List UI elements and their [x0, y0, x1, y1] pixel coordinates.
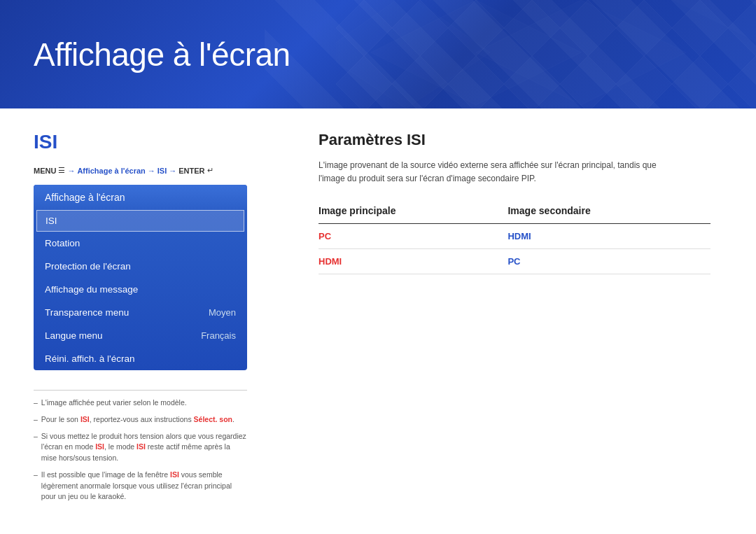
diamond-pattern [336, 0, 756, 108]
params-title: Paramètres ISI [318, 131, 722, 149]
table-cell-pc2: PC [507, 249, 710, 274]
table-header-row: Image principale Image secondaire [318, 201, 710, 224]
main-content: ISI MENU ☰ → Affichage à l'écran → ISI →… [0, 108, 756, 534]
menu-item-protection[interactable]: Protection de l'écran [34, 255, 247, 278]
table-row: PC HDMI [318, 224, 710, 249]
footer-note-3: – Si vous mettez le produit hors tension… [34, 431, 247, 464]
menu-item-label: Affichage du message [45, 284, 138, 295]
params-description: L'image provenant de la source vidéo ext… [318, 159, 682, 185]
path-step2: ISI [158, 167, 167, 175]
right-panel: Paramètres ISI L'image provenant de la s… [290, 108, 756, 534]
menu-icon: ☰ [58, 166, 65, 175]
menu-item-label: Langue menu [45, 330, 103, 341]
table-cell-hdmi1: HDMI [507, 224, 710, 249]
arrow2: → [148, 167, 155, 175]
menu-item-reini[interactable]: Réini. affich. à l'écran [34, 347, 247, 370]
menu-path: MENU ☰ → Affichage à l'écran → ISI → ENT… [34, 166, 257, 175]
menu-item-value: Français [201, 330, 236, 341]
menu-item-label: Transparence menu [45, 307, 129, 318]
footer-notes: – L'image affichée peut varier selon le … [34, 390, 247, 503]
menu-label: MENU [34, 167, 56, 175]
enter-icon: ↵ [207, 166, 214, 175]
menu-item-label: Réini. affich. à l'écran [45, 353, 134, 364]
footer-note-2: – Pour le son ISI, reportez-vous aux ins… [34, 414, 247, 426]
menu-item-label: ISI [46, 216, 57, 226]
menu-item-isi[interactable]: ISI [36, 210, 244, 232]
table-cell-hdmi2: HDMI [318, 249, 507, 274]
left-panel: ISI MENU ☰ → Affichage à l'écran → ISI →… [0, 108, 290, 534]
footer-note-1: – L'image affichée peut varier selon le … [34, 398, 247, 409]
menu-item-langue[interactable]: Langue menu Français [34, 324, 247, 347]
arrow1: → [67, 167, 75, 175]
table-row: HDMI PC [318, 249, 710, 274]
path-step1: Affichage à l'écran [77, 167, 145, 175]
section-title: ISI [34, 131, 257, 153]
col1-header: Image principale [318, 201, 507, 224]
menu-item-value: Moyen [209, 307, 236, 318]
menu-item-affichage-msg[interactable]: Affichage du message [34, 278, 247, 301]
arrow3: → [169, 167, 176, 175]
footer-note-4: – Il est possible que l'image de la fenê… [34, 470, 247, 503]
menu-item-transparence[interactable]: Transparence menu Moyen [34, 301, 247, 324]
params-table: Image principale Image secondaire PC HDM… [318, 201, 710, 274]
header-banner: Affichage à l'écran [0, 0, 756, 108]
menu-box: Affichage à l'écran ISI Rotation Protect… [34, 185, 247, 370]
menu-header: Affichage à l'écran [34, 185, 247, 210]
col2-header: Image secondaire [507, 201, 710, 224]
page-title: Affichage à l'écran [34, 36, 290, 73]
path-step3: ENTER [178, 167, 204, 175]
table-cell-pc1: PC [318, 224, 507, 249]
menu-item-label: Rotation [45, 238, 80, 248]
menu-item-rotation[interactable]: Rotation [34, 232, 247, 255]
menu-item-label: Protection de l'écran [45, 261, 131, 272]
